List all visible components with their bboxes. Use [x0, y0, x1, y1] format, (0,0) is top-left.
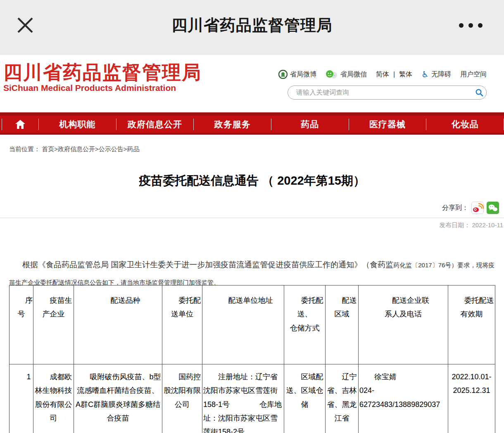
- table-row: 1 成都欧林生物科技股份有限公司 吸附破伤风疫苗、b型流感嗜血杆菌结合疫苗、A群…: [10, 364, 495, 433]
- more-menu-icon[interactable]: [459, 23, 483, 28]
- nav-item-zhengwufuwu[interactable]: 政务服务: [194, 116, 271, 133]
- cell-products: 吸附破伤风疫苗、b型流感嗜血杆菌结合疫苗、A群C群脑膜炎球菌多糖结合疫苗: [74, 364, 162, 433]
- cell-distributor: 国药控股沈阳有限公司: [162, 364, 202, 433]
- breadcrumb-path[interactable]: 首页>政府信息公开>公示公告>药品: [42, 145, 139, 152]
- col-header-region: 配送区域: [326, 285, 359, 364]
- cell-contact: 徐宝婧 024-62723483/13889829037: [359, 364, 448, 433]
- col-header-validity: 委托配送有效期: [448, 285, 495, 364]
- delivery-table: 序号 疫苗生产企业 配送品种 委托配送单位 配送单位地址 委托配送、 仓储方式 …: [9, 285, 495, 433]
- search-icon[interactable]: [472, 86, 486, 99]
- lang-switch[interactable]: 简体 | 繁体: [376, 70, 412, 79]
- share-wechat-icon[interactable]: [487, 202, 499, 214]
- nav-item-yaopin[interactable]: 药品: [271, 116, 349, 133]
- col-header-seq: 序号: [10, 285, 33, 364]
- share-weibo-icon[interactable]: [471, 202, 484, 214]
- share-row: 分享到：: [442, 202, 499, 214]
- col-header-products: 配送品种: [74, 285, 162, 364]
- main-nav: 机构职能 政府信息公开 政务服务 药品 医疗器械 化妆品: [0, 116, 504, 133]
- accessibility-link[interactable]: ♿ 无障碍: [421, 70, 451, 79]
- cell-seq: 1: [10, 364, 33, 433]
- cell-address: 注册地址：辽宁省沈阳市苏家屯区雪莲街158-1号 仓库地址：沈阳市苏家屯区雪莲街…: [202, 364, 284, 433]
- webview-topbar: 四川省药品监督管理局: [0, 0, 504, 55]
- cell-validity: 2022.10.01-2025.12.31: [448, 364, 495, 433]
- col-header-manufacturer: 疫苗生产企业: [33, 285, 74, 364]
- breadcrumb: 当前位置： 首页>政府信息公开>公示公告>药品: [9, 145, 139, 153]
- site-header: 四川省药品监督管理局 SiChuan Medical Products Admi…: [0, 55, 504, 112]
- logo-english: SiChuan Medical Products Administration: [3, 83, 202, 93]
- share-label: 分享到：: [442, 204, 468, 212]
- lang-simplified[interactable]: 简体: [376, 70, 389, 79]
- publish-date-label: 发布日期：: [439, 221, 470, 228]
- weibo-link[interactable]: 省局微博: [278, 70, 316, 79]
- page-title: 疫苗委托配送信息通告 （ 2022年第15期）: [0, 173, 504, 189]
- wechat-icon: [326, 70, 338, 79]
- logo-chinese: 四川省药品监督管理局: [3, 62, 202, 83]
- lang-traditional[interactable]: 繁体: [399, 70, 412, 79]
- page: 四川省药品监督管理局 四川省药品监督管理局 SiChuan Medical Pr…: [0, 0, 504, 433]
- accessibility-icon: ♿: [421, 70, 429, 79]
- home-icon: [15, 119, 26, 129]
- cell-region: 辽宁省、吉林省、黑龙江省: [326, 364, 359, 433]
- nav-item-yiliaoqixie[interactable]: 医疗器械: [349, 116, 426, 133]
- nav-item-jigou[interactable]: 机构职能: [39, 116, 116, 133]
- cell-mode: 区域配送、区域仓储: [284, 364, 326, 433]
- header-quicklinks: 省局微博 省局微信 简体 | 繁体 ♿: [278, 70, 487, 79]
- cell-manufacturer: 成都欧林生物科技股份有限公司: [33, 364, 74, 433]
- publish-date: 发布日期： 2022-10-11: [439, 221, 503, 229]
- breadcrumb-label: 当前位置：: [9, 145, 40, 152]
- col-header-mode: 委托配送、 仓储方式: [284, 285, 326, 364]
- publish-date-value: 2022-10-11: [472, 221, 503, 228]
- nav-item-xinxigongkai[interactable]: 政府信息公开: [116, 116, 194, 133]
- search-box: [288, 86, 487, 100]
- search-input[interactable]: [288, 89, 472, 96]
- lang-separator: |: [393, 71, 395, 78]
- col-header-distributor: 委托配送单位: [162, 285, 202, 364]
- body-text-large: 根据《食品药品监管总局 国家卫生计生委关于进一步加强疫苗流通监管促进疫苗供应工作…: [22, 260, 393, 269]
- nav-top-strip: [0, 112, 504, 116]
- table-header-row: 序号 疫苗生产企业 配送品种 委托配送单位 配送单位地址 委托配送、 仓储方式 …: [10, 285, 495, 364]
- nav-home-button[interactable]: [2, 116, 38, 133]
- nav-item-huazhuangpin[interactable]: 化妆品: [426, 116, 504, 133]
- nav-bottom-strip: [0, 133, 504, 135]
- webview-title: 四川省药品监督管理局: [0, 15, 504, 36]
- user-space-link[interactable]: 用户空间: [460, 70, 487, 79]
- divider-line: [0, 218, 504, 218]
- col-header-address: 配送单位地址: [202, 285, 284, 364]
- weibo-icon: [278, 70, 288, 79]
- site-logo[interactable]: 四川省药品监督管理局 SiChuan Medical Products Admi…: [3, 62, 202, 93]
- wechat-link[interactable]: 省局微信: [326, 70, 367, 79]
- col-header-contact: 配送企业联 系人及电话: [359, 285, 448, 364]
